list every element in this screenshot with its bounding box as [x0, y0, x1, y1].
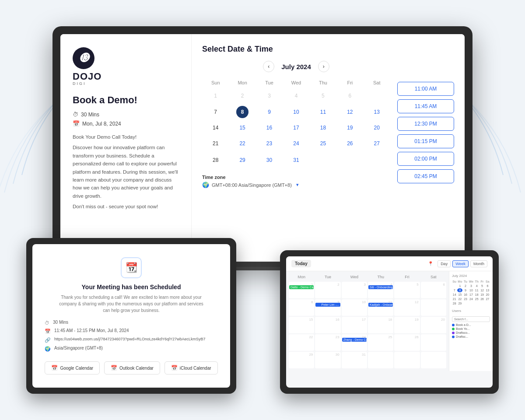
calendar-day-cell[interactable]: 17: [283, 120, 309, 136]
mini-d-8-today[interactable]: 8: [457, 288, 462, 292]
calendar-day-cell[interactable]: 14: [202, 120, 229, 136]
week-cell-4-1: 22: [289, 334, 314, 351]
time-slot-button[interactable]: 02:00 PM: [397, 152, 454, 166]
calendar-day-cell[interactable]: 23: [256, 136, 283, 151]
calendar-day-cell[interactable]: 10: [283, 104, 309, 120]
mini-d-28[interactable]: 28: [452, 301, 457, 305]
mini-d-1[interactable]: 1: [457, 284, 462, 288]
week-cell-2-2: 9 Peter Lim -...: [315, 299, 340, 316]
mini-d-10[interactable]: 10: [469, 288, 474, 292]
detail-timezone: 🌍 Asia/Singapore (GMT+8): [45, 346, 218, 352]
month-view-button[interactable]: Month: [470, 260, 487, 267]
week-cell-1-1: 1 Datto - Demo Call: [289, 282, 314, 298]
icloud-calendar-button[interactable]: 📅 iCloud Calendar: [164, 361, 218, 374]
calendar-day-cell[interactable]: 29: [229, 151, 256, 168]
day-view-button[interactable]: Day: [438, 260, 451, 267]
mini-d-11[interactable]: 11: [474, 288, 479, 292]
calendar-day-cell[interactable]: 2: [229, 87, 256, 104]
calendar-day-cell[interactable]: 28: [202, 151, 229, 168]
calendar-day-cell[interactable]: 5: [310, 87, 336, 104]
calendar-day-cell[interactable]: 8: [229, 104, 256, 120]
google-calendar-button[interactable]: 📅 Google Calendar: [45, 361, 100, 374]
user-search-input[interactable]: [452, 316, 490, 322]
detail-datetime-text: 11:45 AM - 12:15 PM Mon, Jul 8, 2024: [54, 328, 129, 333]
mini-d-12[interactable]: 12: [480, 288, 484, 292]
calendar-day-cell[interactable]: 6: [336, 87, 363, 104]
mini-d-15[interactable]: 15: [457, 293, 462, 297]
mini-d-26[interactable]: 26: [480, 297, 484, 301]
date-text: Mon, Jul 8, 2024: [82, 121, 121, 127]
duration-row: ⏱ 30 Mins: [73, 111, 179, 118]
mini-d-4[interactable]: 4: [474, 284, 479, 288]
outlook-icon: 📅: [111, 365, 117, 371]
time-slot-button[interactable]: 12:30 PM: [397, 117, 454, 131]
view-buttons: Day Week Month: [438, 260, 487, 267]
event-peter-lim[interactable]: Peter Lim -...: [315, 303, 340, 307]
calendar-day-cell[interactable]: 19: [336, 120, 363, 136]
time-slot-button[interactable]: 11:45 AM: [397, 99, 454, 113]
calendar-day-cell[interactable]: 22: [229, 136, 256, 151]
event-datto-demo[interactable]: Datto - Demo Call: [289, 285, 314, 289]
next-month-button[interactable]: ›: [318, 61, 329, 72]
event-siti-onboarding[interactable]: Siti - Onboarding call: [368, 285, 393, 289]
today-badge[interactable]: Today: [291, 260, 311, 267]
clock-icon: ⏱: [45, 320, 49, 326]
calendar-day-cell[interactable]: 13: [364, 104, 390, 120]
calendar-day-cell[interactable]: 4: [283, 87, 309, 104]
event-kadijah-onboarding[interactable]: Kadijah - Onboarding...: [368, 303, 393, 307]
calendar-day-cell[interactable]: 27: [364, 136, 390, 151]
time-slot-button[interactable]: 11:00 AM: [397, 82, 454, 96]
calendar-day-cell[interactable]: 20: [364, 120, 390, 136]
mini-d-7[interactable]: 7: [452, 288, 457, 292]
week-cell-5-4: [368, 352, 393, 368]
mini-d-23[interactable]: 23: [463, 297, 468, 301]
calendar-day-cell[interactable]: 30: [256, 151, 283, 168]
outlook-calendar-button[interactable]: 📅 Outlook Calendar: [104, 361, 160, 374]
mini-d-17[interactable]: 17: [469, 293, 474, 297]
mini-hdr-mo: Mo: [457, 280, 462, 284]
timezone-dropdown-icon[interactable]: ▾: [296, 182, 299, 188]
mini-d-19[interactable]: 19: [480, 293, 484, 297]
mini-d-22[interactable]: 22: [457, 297, 462, 301]
time-slot-button[interactable]: 01:15 PM: [397, 134, 454, 148]
mini-d-25[interactable]: 25: [474, 297, 479, 301]
scheduled-description: Thank you for scheduling a call! We are …: [57, 294, 206, 314]
calendar-day-cell[interactable]: 11: [310, 104, 336, 120]
mini-d-14[interactable]: 14: [452, 293, 457, 297]
mini-d-20[interactable]: 20: [485, 293, 490, 297]
mini-d-9[interactable]: 9: [463, 288, 468, 292]
mini-d-16[interactable]: 16: [463, 293, 468, 297]
mini-hdr-sa: Sa: [485, 280, 490, 284]
mini-hdr-tu: Tu: [463, 280, 468, 284]
google-calendar-label: Google Calendar: [60, 366, 93, 371]
mini-d-3[interactable]: 3: [469, 284, 474, 288]
mini-d-5[interactable]: 5: [480, 284, 484, 288]
calendar-day-cell[interactable]: 18: [310, 120, 336, 136]
mini-d-21[interactable]: 21: [452, 297, 457, 301]
prev-month-button[interactable]: ‹: [263, 61, 274, 72]
calendar-day-cell[interactable]: 25: [310, 136, 336, 151]
mini-d-29[interactable]: 29: [457, 301, 462, 305]
detail-timezone-text: Asia/Singapore (GMT+8): [54, 346, 103, 350]
mini-d-2[interactable]: 2: [463, 284, 468, 288]
calendar-day-cell[interactable]: 7: [202, 104, 229, 120]
mini-d-6[interactable]: 6: [485, 284, 490, 288]
calendar-day-cell[interactable]: 9: [256, 104, 283, 120]
mini-d-27[interactable]: 27: [485, 297, 490, 301]
calendar-day-cell[interactable]: 21: [202, 136, 229, 151]
calendar-day-cell[interactable]: 26: [336, 136, 363, 151]
calendar-day-cell[interactable]: 31: [283, 151, 309, 168]
calendar-time-wrapper: ‹ July 2024 › Sun Mon Tue Wed: [202, 61, 454, 188]
calendar-day-cell[interactable]: 15: [229, 120, 256, 136]
calendar-day-cell[interactable]: 3: [256, 87, 283, 104]
week-view-button[interactable]: Week: [452, 260, 469, 267]
mini-d-24[interactable]: 24: [469, 297, 474, 301]
mini-d-18[interactable]: 18: [474, 293, 479, 297]
time-slot-button[interactable]: 02:45 PM: [397, 169, 454, 183]
calendar-day-cell[interactable]: 24: [283, 136, 309, 151]
calendar-day-cell[interactable]: 1: [202, 87, 229, 104]
calendar-day-cell[interactable]: 16: [256, 120, 283, 136]
calendar-day-cell[interactable]: 12: [336, 104, 363, 120]
mini-d-13[interactable]: 13: [485, 288, 490, 292]
event-zhang-demo[interactable]: Zhang - Demo Call: [342, 338, 367, 342]
